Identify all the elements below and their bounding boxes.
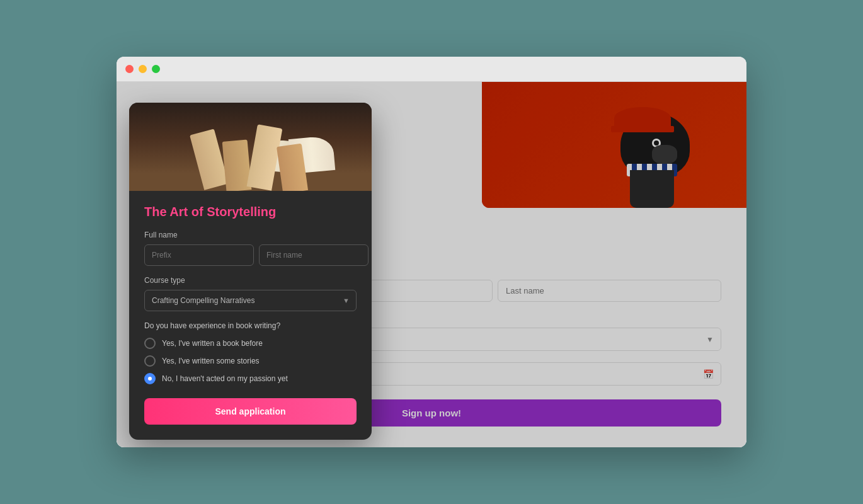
radio-circle-1	[144, 355, 156, 367]
close-button[interactable]	[125, 65, 134, 73]
modal-course-type-select[interactable]: Crafting Compelling Narratives Poetry Wo…	[144, 290, 357, 311]
modal-overlay: The Art of Storytelling Full name Course…	[117, 82, 746, 447]
radio-label-0: Yes, I've written a book before	[162, 339, 263, 348]
radio-circle-0	[144, 338, 156, 349]
radio-label-1: Yes, I've written some stories	[162, 357, 260, 365]
modal-name-label: Full name	[144, 231, 357, 239]
radio-item-1[interactable]: Yes, I've written some stories	[144, 355, 357, 367]
radio-item-0[interactable]: Yes, I've written a book before	[144, 338, 357, 349]
modal-title: The Art of Storytelling	[144, 205, 357, 219]
book-3	[246, 124, 282, 190]
modal-name-fields	[144, 244, 357, 266]
modal-experience-question: Do you have experience in book writing?	[144, 321, 357, 330]
modal-prefix-input[interactable]	[144, 244, 254, 266]
modal-hero-image	[129, 103, 372, 191]
radio-label-2: No, I haven't acted on my passion yet	[162, 374, 288, 383]
modal-select-wrapper: Crafting Compelling Narratives Poetry Wo…	[144, 290, 357, 311]
minimize-button[interactable]	[139, 65, 147, 73]
modal-course-type-row: Course type Crafting Compelling Narrativ…	[144, 276, 357, 311]
browser-titlebar	[117, 57, 746, 82]
radio-circle-2	[144, 373, 156, 384]
modal-course-type-label: Course type	[144, 276, 357, 285]
book-1	[190, 129, 229, 190]
browser-content: nch course for beginners ame e type clas…	[117, 82, 746, 447]
modal-firstname-input[interactable]	[259, 244, 369, 266]
send-application-button[interactable]: Send application	[144, 398, 357, 425]
modal-card: The Art of Storytelling Full name Course…	[129, 103, 372, 440]
maximize-button[interactable]	[152, 65, 160, 73]
radio-item-2[interactable]: No, I haven't acted on my passion yet	[144, 373, 357, 384]
books-illustration	[129, 103, 372, 191]
modal-body: The Art of Storytelling Full name Course…	[129, 191, 372, 440]
modal-radio-group: Yes, I've written a book before Yes, I'v…	[144, 338, 357, 384]
browser-window: nch course for beginners ame e type clas…	[117, 57, 746, 447]
